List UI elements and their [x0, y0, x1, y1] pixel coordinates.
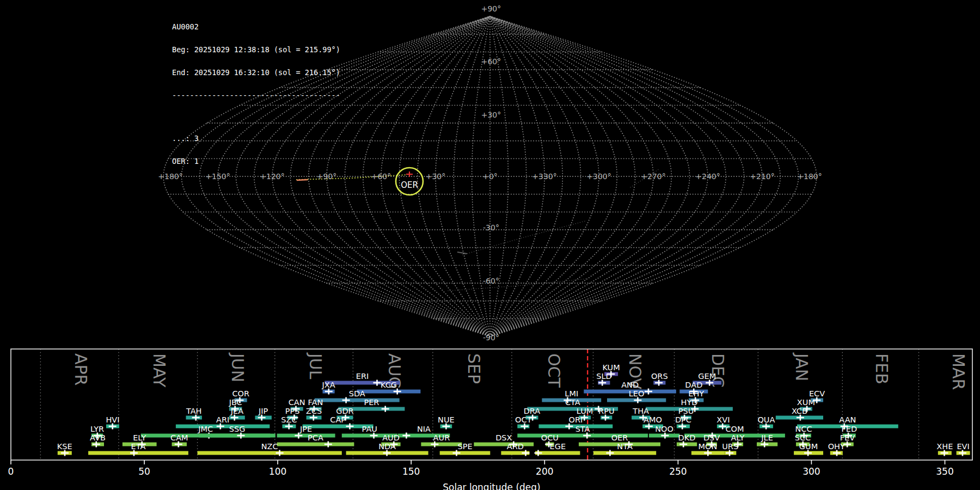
shower-code-label: FED: [841, 425, 857, 433]
shower-code-label: JXA: [321, 381, 335, 389]
shower-code-label: DKD: [678, 433, 696, 442]
shower-code-label: TAH: [186, 407, 202, 415]
shower-code-label: COM: [725, 425, 744, 433]
shower-code-label: ETA: [131, 442, 146, 451]
shower-code-label: CAM: [170, 433, 188, 442]
shower-code-label: ERI: [356, 372, 369, 381]
shower-code-label: JIP: [258, 407, 268, 415]
shower-code-label: KUM: [602, 363, 620, 372]
shower-activity-bar: [198, 451, 342, 455]
shower-code-label: SDA: [349, 389, 365, 398]
info-separator: --------------------------------------: [172, 91, 340, 99]
shower-code-label: EGE: [550, 442, 566, 451]
month-label: JAN: [792, 352, 811, 381]
shower-activity-bar: [517, 434, 648, 438]
shower-code-label: ARI: [216, 415, 229, 424]
map-longitude-label: +30°: [426, 172, 446, 181]
map-latitude-label: -90°: [483, 333, 499, 342]
shower-code-label: THA: [632, 407, 649, 415]
shower-code-label: AMO: [644, 415, 662, 424]
shower-activity-bar: [357, 390, 421, 394]
observation-end: End: 20251029 16:32:10 (sol = 216.15°): [172, 69, 340, 76]
map-longitude-label: +330°: [532, 172, 556, 181]
shower-code-label: LYR: [90, 425, 104, 433]
month-label: MAY: [150, 353, 169, 388]
shower-code-label: EHY: [688, 389, 704, 398]
shower-code-label: JEA: [230, 407, 243, 415]
month-label: FEB: [872, 353, 891, 384]
shower-code-label: AND: [621, 381, 639, 389]
shower-code-label: ECV: [809, 389, 825, 398]
x-axis-tick-label: 200: [536, 466, 553, 477]
shower-code-label: OCU: [541, 433, 559, 442]
shower-code-label: XUM: [797, 398, 815, 407]
shower-code-label: KSE: [57, 442, 72, 451]
map-longitude-label: +240°: [695, 172, 720, 181]
shower-code-label: SLD: [596, 372, 611, 381]
shower-code-label: CAN: [289, 398, 305, 407]
shower-code-label: ZCS: [306, 407, 322, 415]
observation-info: AU0002 Beg: 20251029 12:38:18 (sol = 215…: [172, 8, 340, 188]
shower-code-label: GDR: [336, 407, 353, 415]
station-id: AU0002: [172, 23, 340, 30]
shower-code-label: SSG: [229, 425, 246, 433]
shower-code-label: URS: [722, 442, 738, 451]
shower-code-label: FAN: [308, 398, 323, 407]
map-latitude-label: +90°: [481, 4, 501, 13]
shower-code-label: LMI: [565, 389, 578, 398]
shower-code-label: XHE: [936, 442, 953, 451]
shower-code-label: OER: [611, 433, 628, 442]
shower-activity-bar: [593, 451, 656, 455]
observation-beg: Beg: 20251029 12:38:18 (sol = 215.99°): [172, 46, 340, 53]
shower-code-label: GEM: [698, 372, 716, 381]
shower-code-label: HVI: [106, 415, 119, 424]
x-axis-title: Solar longitude (deg): [443, 482, 541, 490]
shower-activity-bar: [315, 399, 400, 402]
shower-code-label: NCC: [795, 425, 812, 433]
x-axis-tick-label: 50: [138, 466, 150, 477]
shower-code-label: PCA: [308, 433, 323, 442]
shower-code-label: ORS: [651, 372, 668, 381]
shower-code-label: DRA: [524, 407, 541, 415]
shower-code-label: ARD: [507, 442, 524, 451]
shower-code-label: OHY: [828, 442, 845, 451]
shower-code-label: JPE: [299, 425, 312, 433]
map-latitude-label: -30°: [483, 223, 499, 232]
shower-code-label: AUR: [433, 433, 450, 442]
shower-code-label: DSV: [703, 433, 720, 442]
shower-code-label: PER: [364, 398, 379, 407]
shower-code-label: AAN: [839, 415, 856, 424]
shower-code-label: SZC: [281, 415, 297, 424]
map-longitude-label: +300°: [586, 172, 611, 181]
shower-code-label: SPE: [457, 442, 472, 451]
map-latitude-label: +30°: [481, 111, 501, 119]
shower-code-label: JBC: [229, 398, 242, 407]
shower-activity-bar: [474, 443, 534, 446]
shower-code-label: NDA: [378, 442, 396, 451]
shower-activity-bar: [277, 443, 354, 446]
map-longitude-label: +0°: [482, 172, 498, 181]
faint-trail: [463, 221, 585, 255]
shower-code-label: XCB: [792, 407, 807, 415]
shower-code-label: EVI: [957, 442, 969, 451]
x-axis-tick-label: 300: [803, 466, 820, 477]
shower-code-label: NOO: [655, 425, 673, 433]
month-label: SEP: [464, 353, 483, 384]
oer-count: OER: 1: [172, 157, 340, 165]
shower-code-label: OCT: [515, 415, 532, 424]
shower-activity-bar: [421, 443, 462, 446]
map-longitude-label: +210°: [750, 172, 774, 181]
x-axis-tick-label: 350: [936, 466, 953, 477]
shower-code-label: JMC: [198, 425, 213, 433]
x-axis-tick-label: 100: [269, 466, 286, 477]
map-longitude-label: +60°: [371, 172, 391, 181]
shower-code-label: NIA: [417, 425, 431, 433]
shower-code-label: PAU: [362, 425, 377, 433]
shower-code-label: DPC: [675, 415, 691, 424]
shower-code-label: LEO: [629, 389, 645, 398]
shower-code-label: CAP: [330, 415, 346, 424]
shower-code-label: KCG: [381, 381, 397, 389]
shower-code-label: NZC: [261, 442, 278, 451]
shower-code-label: MON: [699, 442, 718, 451]
shower-code-label: RPU: [598, 407, 614, 415]
